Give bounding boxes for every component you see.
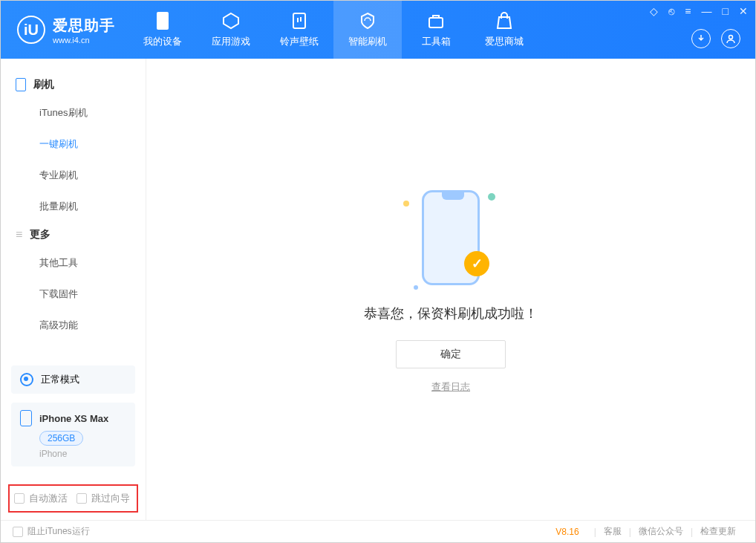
main-nav: 我的设备 应用游戏 铃声壁纸 智能刷机 工具箱 爱思商城 <box>128 1 538 59</box>
sidebar-item-oneclick-flash[interactable]: 一键刷机 <box>1 129 146 160</box>
nav-label: 应用游戏 <box>212 35 250 48</box>
sidebar-item-batch-flash[interactable]: 批量刷机 <box>1 191 146 222</box>
menu-icon[interactable]: ≡ <box>685 5 691 17</box>
sidebar-item-advanced[interactable]: 高级功能 <box>1 310 146 341</box>
mode-icon <box>20 373 33 386</box>
skip-guide-checkbox[interactable]: 跳过向导 <box>76 492 130 505</box>
app-subtitle: www.i4.cn <box>53 36 115 45</box>
app-title: 爱思助手 <box>53 16 115 36</box>
success-message: 恭喜您，保资料刷机成功啦！ <box>364 305 538 322</box>
device-icon <box>153 11 172 30</box>
group-title: 刷机 <box>33 78 54 91</box>
lock-icon[interactable]: ⎋ <box>668 5 674 17</box>
checkbox-icon <box>13 527 23 537</box>
ringtone-icon <box>290 11 309 30</box>
svg-rect-2 <box>429 18 443 27</box>
checkbox-icon <box>14 493 25 504</box>
phone-icon <box>20 410 32 426</box>
sidebar-item-pro-flash[interactable]: 专业刷机 <box>1 160 146 191</box>
download-button[interactable] <box>691 29 711 48</box>
group-title: 更多 <box>30 228 50 241</box>
view-log-link[interactable]: 查看日志 <box>431 380 470 394</box>
footer-link-update[interactable]: 检查更新 <box>700 525 736 538</box>
nav-label: 爱思商城 <box>485 35 524 48</box>
nav-apps[interactable]: 应用游戏 <box>197 1 265 59</box>
maximize-icon[interactable]: □ <box>723 5 729 17</box>
flash-icon <box>358 11 377 30</box>
mode-card[interactable]: 正常模式 <box>11 365 135 394</box>
logo[interactable]: iU 爱思助手 www.i4.cn <box>1 16 128 45</box>
nav-my-device[interactable]: 我的设备 <box>128 1 197 59</box>
svg-point-3 <box>729 36 733 39</box>
store-icon <box>495 11 514 30</box>
sidebar: 刷机 iTunes刷机 一键刷机 专业刷机 批量刷机 ≡ 更多 其他工具 下载固… <box>1 59 146 520</box>
footer: 阻止iTunes运行 V8.16 | 客服 | 微信公众号 | 检查更新 <box>1 520 755 542</box>
device-name: iPhone XS Max <box>39 413 108 424</box>
header: iU 爱思助手 www.i4.cn 我的设备 应用游戏 铃声壁纸 智能刷机 工具… <box>1 1 755 59</box>
device-type: iPhone <box>39 449 126 459</box>
sidebar-item-other-tools[interactable]: 其他工具 <box>1 247 146 279</box>
shirt-icon[interactable]: ◇ <box>650 5 658 17</box>
nav-label: 铃声壁纸 <box>280 35 319 48</box>
sidebar-item-download-firmware[interactable]: 下载固件 <box>1 279 146 310</box>
sidebar-item-itunes-flash[interactable]: iTunes刷机 <box>1 97 146 129</box>
main-content: ✓ 恭喜您，保资料刷机成功啦！ 确定 查看日志 <box>146 59 755 520</box>
phone-outline-icon <box>16 78 26 91</box>
list-icon: ≡ <box>16 228 22 241</box>
checkbox-label: 自动激活 <box>29 492 68 505</box>
success-illustration: ✓ <box>399 186 503 290</box>
nav-label: 我的设备 <box>143 35 182 48</box>
close-icon[interactable]: ✕ <box>739 5 748 17</box>
nav-label: 工具箱 <box>422 35 451 48</box>
apps-icon <box>221 11 241 30</box>
checkbox-icon <box>76 493 87 504</box>
checkbox-label: 阻止iTunes运行 <box>27 525 90 538</box>
nav-store[interactable]: 爱思商城 <box>470 1 538 59</box>
sidebar-group-more: ≡ 更多 <box>1 222 146 247</box>
version-label: V8.16 <box>555 527 579 537</box>
mode-label: 正常模式 <box>41 373 79 386</box>
highlighted-options: 自动激活 跳过向导 <box>8 484 138 513</box>
sidebar-group-flash: 刷机 <box>1 72 146 97</box>
device-card[interactable]: iPhone XS Max 256GB iPhone <box>11 403 135 466</box>
check-icon: ✓ <box>464 251 489 276</box>
nav-ringtones[interactable]: 铃声壁纸 <box>265 1 333 59</box>
nav-flash[interactable]: 智能刷机 <box>333 1 402 59</box>
toolbox-icon <box>426 11 446 30</box>
auto-activate-checkbox[interactable]: 自动激活 <box>14 492 68 505</box>
minimize-icon[interactable]: — <box>702 5 712 17</box>
nav-label: 智能刷机 <box>348 35 387 48</box>
block-itunes-checkbox[interactable]: 阻止iTunes运行 <box>13 525 90 538</box>
window-controls: ◇ ⎋ ≡ — □ ✕ <box>650 5 748 17</box>
footer-link-wechat[interactable]: 微信公众号 <box>639 525 683 538</box>
checkbox-label: 跳过向导 <box>91 492 130 505</box>
footer-link-support[interactable]: 客服 <box>604 525 622 538</box>
nav-toolbox[interactable]: 工具箱 <box>402 1 470 59</box>
confirm-button[interactable]: 确定 <box>396 340 506 368</box>
svg-rect-1 <box>293 13 305 28</box>
storage-badge: 256GB <box>39 431 83 446</box>
svg-rect-0 <box>157 12 169 30</box>
user-button[interactable] <box>721 29 740 48</box>
logo-icon: iU <box>17 16 45 44</box>
